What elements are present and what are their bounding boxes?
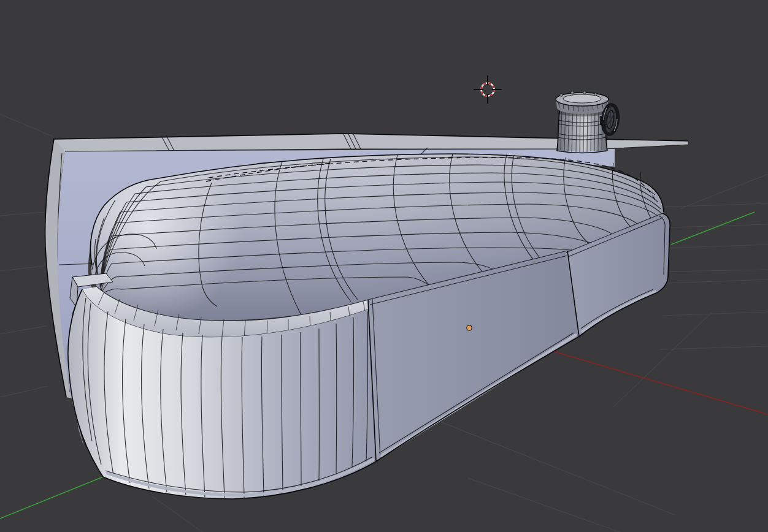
funnel-bolt [594, 93, 597, 96]
funnel-bolt [583, 91, 586, 94]
3d-viewport[interactable] [0, 0, 768, 532]
funnel-bolt [560, 94, 563, 97]
funnel-bolt [571, 91, 574, 94]
viewport-canvas[interactable] [0, 0, 768, 532]
object-origin-point[interactable] [467, 325, 472, 330]
